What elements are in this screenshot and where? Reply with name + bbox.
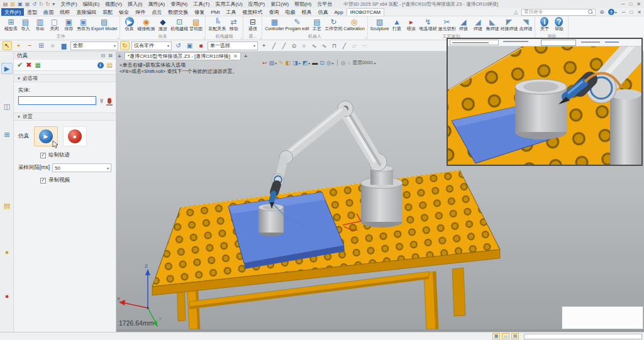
ribbon-tab-11[interactable]: 修复 <box>191 8 208 16</box>
mic-icon[interactable] <box>108 98 111 104</box>
calibration-button[interactable]: ◎Calibration <box>343 17 365 31</box>
document-tab[interactable]: *遨博CR10型号焊接场景.Z3 - [遨博CR10焊接] ✕ <box>125 52 241 60</box>
customize-icon[interactable]: ▾ <box>52 2 55 7</box>
roam-button[interactable]: ◆漫游 <box>155 17 170 31</box>
save-file-icon[interactable]: ▣ <box>18 2 23 7</box>
spot-weld-button[interactable]: ◥点焊缝 <box>518 17 533 31</box>
apply-grid-icon[interactable]: ▦ <box>35 62 40 69</box>
menu-item-5[interactable]: 属性(A) <box>148 1 165 8</box>
menu-item-2[interactable]: 编辑(E) <box>83 1 100 8</box>
arc-additive-button[interactable]: ↯电弧增材 <box>418 17 437 31</box>
help-menu[interactable]: ?▾ <box>608 9 617 15</box>
user-panel-icon[interactable]: ● <box>1 290 13 302</box>
undo-icon[interactable]: ↺ <box>32 2 36 7</box>
refresh-icon[interactable]: ↻ <box>46 2 50 7</box>
interval-combo[interactable]: 50 ▾ <box>52 163 111 172</box>
section-view-icon[interactable]: ▬ <box>312 60 318 66</box>
menu-item-3[interactable]: 视图(V) <box>105 1 122 8</box>
controller-button[interactable]: ▦Controller <box>264 17 284 31</box>
open-file-icon[interactable]: ▥ <box>11 2 16 7</box>
add-select-icon[interactable]: + <box>14 41 23 50</box>
part-filter-combo[interactable]: 仅有零件▾ <box>131 41 172 50</box>
panel-minimize-icon[interactable]: ⊟ <box>101 53 106 58</box>
pick-mode-combo[interactable]: 单一选择▾ <box>208 41 258 50</box>
mechanism-panel-icon[interactable]: ◫ <box>1 101 13 112</box>
menu-item-11[interactable]: 帮助(H) <box>294 1 311 8</box>
zoom-window-icon[interactable]: ⊡ <box>319 60 325 66</box>
workpiece-cylinder[interactable] <box>258 204 284 236</box>
required-section-header[interactable]: ▼ 必选项 <box>14 74 116 82</box>
group-dialog-launcher-icon[interactable]: ⌟ <box>259 35 261 39</box>
orient-view-icon[interactable]: ◎▾ <box>326 60 334 66</box>
ribbon-tab-3[interactable]: 曲面 <box>40 8 57 16</box>
pick-hand-icon[interactable]: ☞ <box>350 41 358 50</box>
program-edit-button[interactable]: ✎Progam edit <box>285 17 310 31</box>
pick-circle-icon[interactable]: ⊙ <box>290 41 298 50</box>
simulation-panel-icon[interactable]: ▶ <box>1 63 13 74</box>
list-view-icon[interactable]: ▤ <box>511 333 519 339</box>
palette-icon[interactable]: ◧ <box>286 60 291 66</box>
docbar-close-button[interactable]: ✕ <box>637 9 641 15</box>
help-button[interactable]: ?帮助 <box>552 17 566 31</box>
print-icon[interactable]: ▦ <box>25 2 30 7</box>
play-simulation-button[interactable]: ▶ <box>34 126 58 146</box>
robot-pedestal[interactable] <box>361 165 402 228</box>
record-video-checkbox[interactable]: ✓ <box>40 178 46 184</box>
collision-check-button[interactable]: ◉碰撞检测 <box>136 17 155 31</box>
docbar-minimize-button[interactable]: ─ <box>622 9 626 15</box>
menu-item-1[interactable]: 文件(F) <box>60 1 77 8</box>
ribbon-tab-10[interactable]: 数据交换 <box>165 8 191 16</box>
settings-section-header[interactable]: ▼ 设置 <box>14 112 116 121</box>
fillet-weld-button[interactable]: ◣角焊缝 <box>485 17 499 31</box>
bulb-icon[interactable]: ◍ <box>341 60 346 66</box>
export-button[interactable]: ▥导出 <box>33 17 47 31</box>
menu-item-4[interactable]: 插入(I) <box>128 1 143 8</box>
titlebar-minimize-button[interactable]: ─ <box>621 1 625 7</box>
ribbon-tab-4[interactable]: 线框 <box>57 8 73 16</box>
redo-icon[interactable]: ↻ <box>39 2 43 7</box>
grid-view-icon[interactable]: ▦ <box>492 333 500 339</box>
ribbon-tab-6[interactable]: 装配 <box>99 8 116 16</box>
close-tab-icon[interactable]: ✕ <box>233 53 238 59</box>
shade-mode-icon[interactable]: ◨▾ <box>292 60 301 66</box>
simulate-button[interactable]: ▶仿真 <box>122 17 136 31</box>
layer-combo[interactable]: 图层0000▾ <box>353 60 376 66</box>
ribbon-tab-15[interactable]: 查询 <box>265 8 282 16</box>
ribbon-tab-12[interactable]: PMI <box>208 8 223 16</box>
status-input[interactable] <box>524 334 642 339</box>
menu-item-9[interactable]: 应用(P) <box>248 1 265 8</box>
remove-select-icon[interactable]: − <box>25 41 35 50</box>
style-icon[interactable]: ▨▾ <box>269 60 277 66</box>
lasso-select-icon[interactable]: ○ <box>48 41 57 50</box>
menu-item-12[interactable]: 云平台 <box>317 1 332 8</box>
new-file-icon[interactable]: ▤ <box>3 2 8 7</box>
page-icon[interactable]: ▤ <box>107 62 113 69</box>
pick-spline-icon[interactable]: ∿ <box>320 41 328 50</box>
exit-icon[interactable]: ↩ <box>262 60 267 66</box>
pick-edge-icon[interactable]: ╱ <box>270 41 278 50</box>
weld-button[interactable]: ◢焊接 <box>456 17 470 31</box>
structure-panel-icon[interactable]: ⊞ <box>1 129 13 140</box>
ribbon-tab-17[interactable]: 模具 <box>298 8 314 16</box>
spray-button[interactable]: ▸喷涂 <box>404 17 418 31</box>
menu-item-6[interactable]: 查询(N) <box>170 1 187 8</box>
group-dialog-launcher-icon[interactable]: ⌟ <box>240 35 242 39</box>
scope-combo[interactable]: 全部▾ <box>70 41 118 50</box>
workspace-button[interactable]: ↻工作空间 <box>324 17 343 31</box>
library-panel-icon[interactable]: ▤ <box>1 200 13 211</box>
pick-point-icon[interactable]: ⌖ <box>260 41 268 50</box>
titlebar-restore-button[interactable]: □ <box>629 1 632 7</box>
group-dialog-launcher-icon[interactable]: ⌟ <box>365 35 367 39</box>
ribbon-tab-9[interactable]: 点云 <box>148 8 165 16</box>
pencil-icon[interactable]: ✎ <box>279 60 284 66</box>
ribbon-tab-14[interactable]: 视觉样式 <box>239 8 265 16</box>
window-select-icon[interactable]: ⊞ <box>36 41 46 50</box>
pick-ellipse-icon[interactable]: ○ <box>300 41 308 50</box>
polish-button[interactable]: ▲打磨 <box>389 17 404 31</box>
draw-track-checkbox[interactable]: ✓ <box>40 153 46 158</box>
monitor-icon[interactable]: ▭ <box>502 333 509 339</box>
pick-axis-icon[interactable]: ╱ <box>340 41 348 50</box>
ghost-icon[interactable]: ○ <box>347 60 350 66</box>
display-mode-icon[interactable]: ◩▾ <box>303 60 311 66</box>
ribbon-tab-1[interactable]: 文件(F) <box>1 8 24 16</box>
